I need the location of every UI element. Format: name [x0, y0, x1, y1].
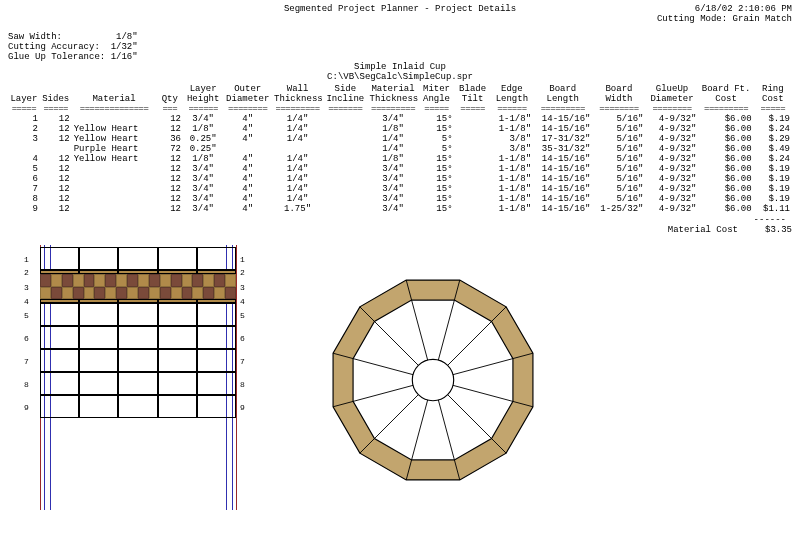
saw-width: Saw Width: 1/8"	[8, 32, 792, 42]
table-header-divider: ========================================…	[8, 104, 792, 114]
table-row: 612123/4"4"1/4"3/4"15°1-1/8"14-15/16"5/1…	[8, 174, 792, 184]
table-row: 112123/4"4"1/4"3/4"15°1-1/8"14-15/16"5/1…	[8, 114, 792, 124]
material-cost-footer: ------ Material Cost $3.35	[8, 215, 792, 235]
cutting-mode: Cutting Mode: Grain Match	[657, 14, 792, 24]
table-header-row-2: LayerSidesMaterialQtyHeightDiameterThick…	[8, 94, 792, 104]
table-row: 512123/4"4"1/4"3/4"15°1-1/8"14-15/16"5/1…	[8, 164, 792, 174]
side-elevation-diagram: 112233445566778899	[18, 245, 258, 525]
datetime: 6/18/02 2:10:06 PM	[657, 4, 792, 14]
table-row: 212Yellow Heart121/8"4"1/4"1/8"15°1-1/8"…	[8, 124, 792, 134]
table-row: 912123/4"4"1.75"3/4"15°1-1/8"14-15/16"1-…	[8, 204, 792, 214]
project-path: C:\VB\SegCalc\SimpleCup.spr	[8, 72, 792, 82]
table-row: 712123/4"4"1/4"3/4"15°1-1/8"14-15/16"5/1…	[8, 184, 792, 194]
cutting-accuracy: Cutting Accuracy: 1/32"	[8, 42, 792, 52]
table-row: 812123/4"4"1/4"3/4"15°1-1/8"14-15/16"5/1…	[8, 194, 792, 204]
project-name: Simple Inlaid Cup	[8, 62, 792, 72]
table-row: Purple Heart720.25"1/4"5°3/8"35-31/32"5/…	[8, 144, 792, 154]
table-header-row-1: LayerOuterWallSideMaterialMiterBladeEdge…	[8, 84, 792, 94]
svg-point-12	[412, 359, 453, 400]
table-row: 412Yellow Heart121/8"4"1/4"1/8"15°1-1/8"…	[8, 154, 792, 164]
table-row: 312Yellow Heart360.25"4"1/4"1/4"5°3/8"17…	[8, 134, 792, 144]
details-table: LayerOuterWallSideMaterialMiterBladeEdge…	[8, 84, 792, 214]
glue-up-tolerance: Glue Up Tolerance: 1/16"	[8, 52, 792, 62]
top-view-diagram	[318, 265, 548, 495]
